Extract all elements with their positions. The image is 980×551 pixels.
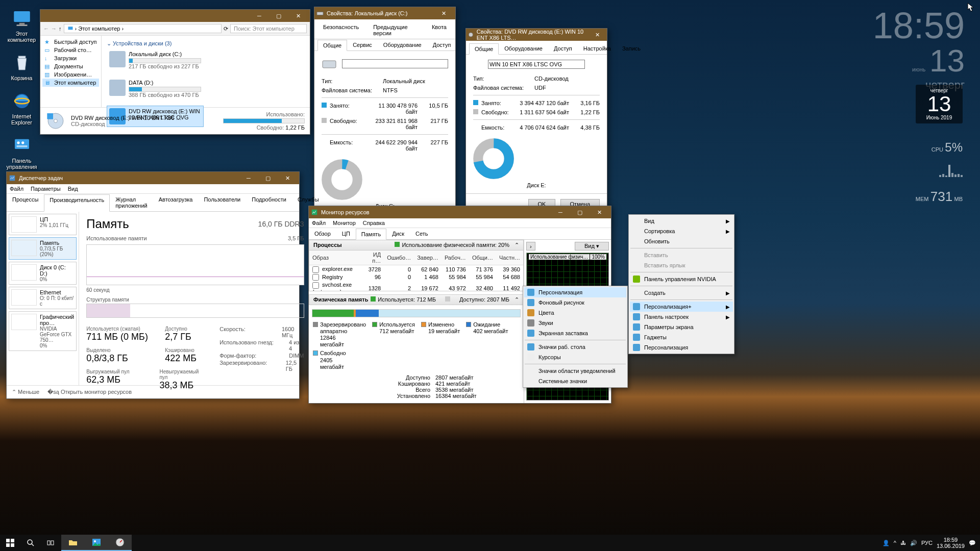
tab[interactable]: Память [356,229,386,240]
tray-chevron-icon[interactable]: ^ [894,540,896,546]
menu-item[interactable]: Вид▶ [630,216,733,226]
close-button[interactable]: ✕ [434,8,453,19]
search-input[interactable]: Поиск: Этот компьютер [230,24,307,33]
menu-item[interactable]: Звуки [524,318,626,328]
nav-item[interactable]: ▥Изображени… [42,70,99,79]
menu-item[interactable]: Вставить [630,250,733,260]
tab[interactable]: Предыдущие версии [368,21,423,39]
chart-nav-button[interactable]: › [526,242,535,251]
taskview-icon[interactable] [41,535,61,551]
open-resmon-link[interactable]: �są Открыть монитор ресурсов [47,389,132,395]
desktop-icon-ie[interactable]: Internet Explorer [3,90,41,126]
tab[interactable]: Настройка [578,43,617,54]
menu-item[interactable]: Панель управления NVIDIA [630,274,733,284]
maximize-button[interactable]: ▢ [258,172,278,184]
menu-item[interactable]: Файл [10,186,23,192]
menu-item[interactable]: Фоновый рисунок [524,297,626,308]
minimize-button[interactable]: ─ [239,172,258,184]
system-tray[interactable]: 👤 ^ 🖧 🔊 РУС 18:5913.06.2019 💬 [878,537,980,549]
volume-label-input[interactable] [488,60,585,69]
tray-language[interactable]: РУС [921,540,933,546]
tray-clock[interactable]: 18:5913.06.2019 [937,537,965,549]
menu-item[interactable]: Справка [363,220,385,226]
tab[interactable]: Доступ [427,39,457,51]
tab[interactable]: Сеть [410,228,433,239]
perf-card[interactable]: Графический про…NVIDIA GeForce GTX 750…0… [9,311,77,351]
nav-back-icon[interactable]: ← [43,26,49,32]
tab[interactable]: Безопасность [317,21,364,39]
tab[interactable]: Процессы [7,194,44,211]
tray-people-icon[interactable]: 👤 [883,540,890,546]
tab[interactable]: Квота [426,21,452,39]
taskbar-app-resmon[interactable] [108,535,132,551]
tab[interactable]: Общие [469,43,499,55]
menu-item[interactable]: Гаджеты [630,332,733,342]
close-button[interactable]: ✕ [278,172,297,184]
tab[interactable]: Журнал приложений [110,194,153,211]
search-icon[interactable] [20,535,41,551]
tab[interactable]: Оборудование [378,39,427,51]
perf-card[interactable]: Диск 0 (C: D:)0% [9,262,77,285]
nav-forward-icon[interactable]: → [51,26,57,32]
start-button[interactable] [0,535,20,551]
tab[interactable]: Сервис [347,39,378,51]
nav-item[interactable]: ▭Рабочий сто… [42,46,99,54]
tab[interactable]: ЦП [336,228,356,239]
menu-item[interactable]: Значки области уведомлений [524,366,626,376]
nav-item[interactable]: 🖥Этот компьютер [42,79,99,87]
menu-item[interactable]: Персонализация [630,342,733,353]
maximize-button[interactable]: ▢ [269,10,288,21]
physmem-header[interactable]: Физическая памятьИспользуется: 712 МБДос… [309,294,524,305]
tab[interactable]: Автозагрузка [153,194,199,211]
tray-action-center-icon[interactable]: 💬 [969,540,976,546]
menu-item[interactable]: Вставить ярлык [630,260,733,270]
menu-item[interactable]: Персонализация+▶ [630,302,733,312]
view-dropdown[interactable]: Вид ▾ [575,242,609,251]
taskbar-app-photos[interactable] [85,535,108,551]
tab[interactable]: Пользователи [198,194,246,211]
drive-item[interactable]: Локальный диск (C:)217 ГБ свободно из 22… [107,48,204,72]
tab[interactable]: Обзор [309,228,336,239]
close-button[interactable]: ✕ [590,29,605,40]
menu-item[interactable]: Сортировка▶ [630,226,733,236]
titlebar[interactable]: ─ ▢ ✕ [40,10,310,22]
nav-item[interactable]: ↓Загрузки [42,54,99,62]
volume-label-input[interactable] [342,59,448,68]
minimize-button[interactable]: ─ [551,207,570,218]
menu-item[interactable]: Обновить [630,236,733,246]
titlebar[interactable]: Свойства: Локальный диск (C:) ✕ [314,7,455,19]
processes-header[interactable]: ПроцессыИспользование физической памяти:… [309,240,524,251]
tray-network-icon[interactable]: 🖧 [900,540,906,546]
processes-table[interactable]: ОбразИД п…Ошибо…Завер…Рабоч…Общи…Частн… … [309,251,524,291]
menu-item[interactable]: Параметры [31,186,61,192]
table-row[interactable]: Registry9601 46855 98455 98454 688 [309,273,523,282]
titlebar[interactable]: Свойства: DVD RW дисковод (E:) WIN 10 EN… [466,29,607,41]
nav-up-icon[interactable]: ↑ [59,26,62,32]
desktop-icon-control-panel[interactable]: Панель управления [3,135,41,170]
menu-item[interactable]: Экранная заставка [524,328,626,338]
tab[interactable]: Подробности [246,194,292,211]
perf-card[interactable]: Память0,7/3,5 ГБ (20%) [9,237,77,260]
desktop-icon-recycle-bin[interactable]: Корзина [3,52,41,81]
tab[interactable]: Запись [617,43,646,54]
table-row[interactable]: explorer.exe3728062 840110 73671 37639 3… [309,265,523,273]
perf-card[interactable]: ЦП2% 1,01 ГГц [9,214,77,235]
tab[interactable]: Общие [317,40,347,51]
nav-item[interactable]: ▤Документы [42,62,99,70]
maximize-button[interactable]: ▢ [570,207,590,218]
menu-item[interactable]: Вид [68,186,78,192]
menu-item[interactable]: Персонализация [524,287,626,297]
drives-group-header[interactable]: Устройства и диски (3) [113,40,172,46]
menu-item[interactable]: Панель настроек▶ [630,312,733,322]
menu-item[interactable]: Системные значки [524,376,626,386]
taskbar-app-explorer[interactable] [61,535,85,551]
fewer-details-link[interactable]: ⌃ Меньше [12,389,39,395]
perf-card[interactable]: EthernetО: 0 П: 0 кбит/с [9,287,77,309]
tab[interactable]: Диск [386,228,410,239]
address-bar[interactable]: › Этот компьютер › [64,24,222,33]
drive-item[interactable]: DATA (D:)388 ГБ свободно из 470 ГБ [107,77,204,101]
tab[interactable]: Оборудование [499,43,548,54]
close-button[interactable]: ✕ [288,10,308,21]
menu-item[interactable]: Цвета [524,308,626,318]
minimize-button[interactable]: ─ [250,10,269,21]
